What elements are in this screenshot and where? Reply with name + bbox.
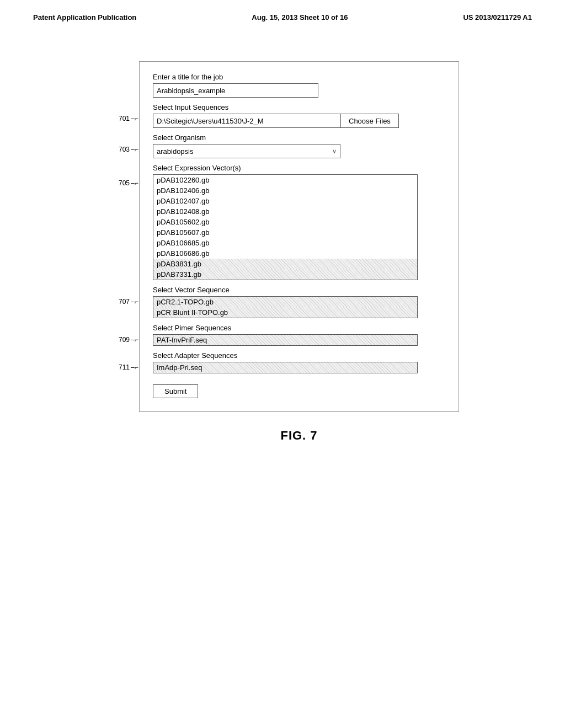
list-item[interactable]: pDAB102407.gb [153,196,417,206]
expression-vector-listbox[interactable]: pDAB102260.gb pDAB102406.gb pDAB102407.g… [153,174,418,280]
list-item-selected[interactable]: pCR2.1-TOPO.gb [153,297,417,307]
organism-label: Select Organism [153,133,445,142]
list-item-selected[interactable]: pDAB7331.gb [153,269,417,280]
annotation-705: 705 –⌐ [119,179,138,187]
primer-sequences-label: Select Pimer Sequences [153,324,445,332]
figure-caption: FIG. 7 [139,429,459,443]
annotation-709: 709 –⌐ [119,336,138,344]
primer-sequences-listbox[interactable]: PAT-InvPriF.seq [153,334,418,346]
organism-value: arabidopsis [157,147,332,156]
patent-header-center: Aug. 15, 2013 Sheet 10 of 16 [252,13,348,22]
list-item[interactable]: pDAB105602.gb [153,217,417,227]
file-path-input[interactable] [153,114,340,128]
list-item[interactable]: pDAB106686.gb [153,248,417,259]
list-item-selected[interactable]: pDAB3831.gb [153,259,417,269]
vector-sequence-listbox[interactable]: pCR2.1-TOPO.gb pCR Blunt II-TOPO.gb [153,296,418,318]
list-item[interactable]: pDAB102408.gb [153,206,417,217]
list-item-selected[interactable]: pCR Blunt II-TOPO.gb [153,307,417,318]
submit-button[interactable]: Submit [153,384,198,398]
patent-header-right: US 2013/0211729 A1 [463,13,532,22]
title-input[interactable] [153,83,318,98]
list-item[interactable]: pDAB106685.gb [153,238,417,248]
input-sequences-label: Select Input Sequences [153,103,445,111]
adapter-sequences-listbox[interactable]: ImAdp-Pri.seq [153,362,418,373]
annotation-701: 701 –⌐ [119,115,138,122]
chevron-down-icon: ∨ [332,148,337,155]
adapter-sequences-label: Select Adapter Sequences [153,351,445,360]
vector-sequence-label: Select Vector Sequence [153,286,445,294]
list-item-selected[interactable]: ImAdp-Pri.seq [153,362,417,373]
choose-files-button[interactable]: Choose Files [340,114,399,128]
list-item-selected[interactable]: PAT-InvPriF.seq [153,335,417,345]
expression-vector-label: Select Expression Vector(s) [153,164,445,172]
patent-header-left: Patent Application Publication [33,13,136,22]
annotation-703: 703 –⌐ [119,146,138,153]
list-item[interactable]: pDAB102260.gb [153,175,417,185]
annotation-707: 707 –⌐ [119,298,138,306]
list-item[interactable]: pDAB102406.gb [153,185,417,196]
title-label: Enter a title for the job [153,73,445,81]
annotation-711: 711 –⌐ [119,363,138,371]
list-item[interactable]: pDAB105607.gb [153,227,417,238]
organism-select[interactable]: arabidopsis ∨ [153,144,340,158]
